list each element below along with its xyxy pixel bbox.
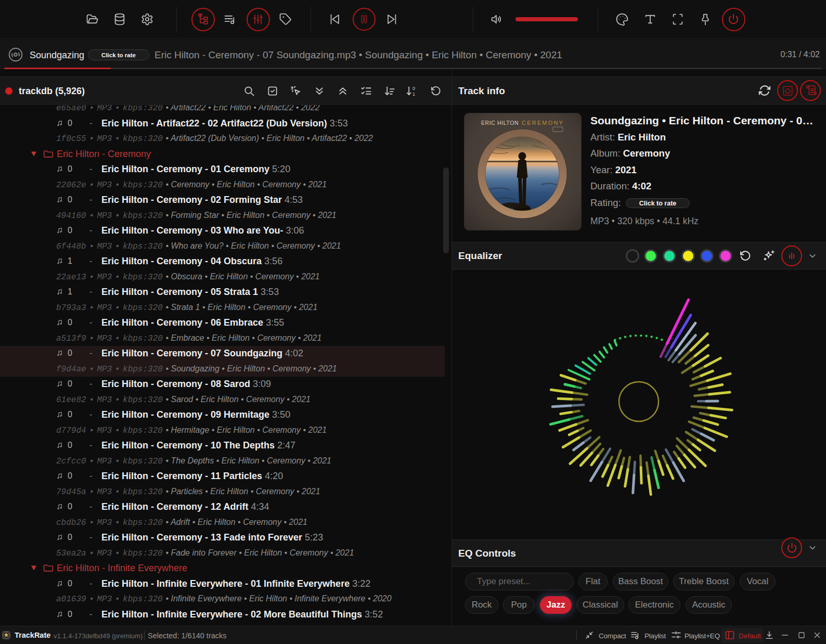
- svg-text:1: 1: [412, 92, 415, 97]
- svg-text:0: 0: [412, 86, 415, 91]
- svg-text:CEREMONY: CEREMONY: [522, 120, 564, 126]
- svg-text:ERIC HILTON: ERIC HILTON: [481, 120, 519, 126]
